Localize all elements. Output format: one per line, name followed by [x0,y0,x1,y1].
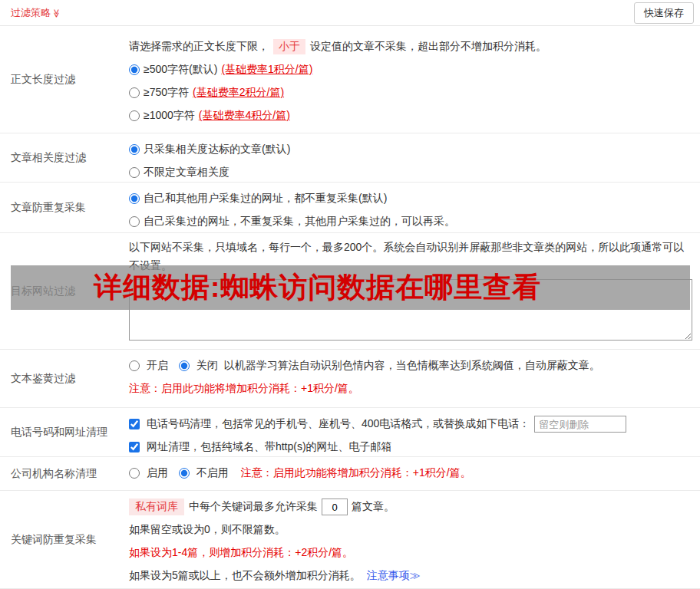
keyword-dedup-line2: 如果留空或设为0，则不限篇数。 [129,518,692,541]
porn-filter-note: 注意：启用此功能将增加积分消耗：+1积分/篇。 [129,377,692,400]
keyword-dedup-note: 如果设为1-4篇，则增加积分消耗：+2积分/篇。 [129,541,692,564]
relevance-option-any[interactable]: 不限定文章相关度 [129,161,692,183]
option-label: ≥750字符 [144,86,189,100]
option-label: 不限定文章相关度 [144,166,229,179]
row-length-filter: 正文长度过滤 请选择需求的正文长度下限， 小于 设定值的文章不采集，超出部分不增… [0,26,700,133]
option-label: ≥500字符(默认) [144,63,217,77]
phone-clean-checkbox[interactable] [129,419,140,429]
porn-on-option[interactable]: 开启 [129,359,168,373]
row-site-filter: 目标网站过滤 以下网站不采集，只填域名，每行一个，最多200个。系统会自动识别并… [0,233,700,350]
keyword-dedup-line4: 如果设为5篇或以上，也不会额外增加积分消耗。 [129,569,361,583]
dedup-filter-label: 文章防重复采集 [0,183,129,232]
option-label: 启用 [147,466,168,479]
option-label: 自己采集过的网址，不重复采集，其他用户采集过的，可以再采。 [144,215,455,229]
dedup-option-self-only[interactable]: 自己采集过的网址，不重复采集，其他用户采集过的，可以再采。 [129,210,692,233]
dedup-all-users-radio[interactable] [129,193,140,204]
row-porn-filter: 文本鉴黄过滤 开启 关闭 以机器学习算法自动识别色情内容，当色情概率达到系统阈值… [0,350,700,408]
length-option-500[interactable]: ≥500字符(默认) (基础费率1积分/篇) [129,58,692,81]
fee-note: (基础费率2积分/篇) [193,86,284,100]
option-label: 电话号码清理，包括常见的手机号、座机号、400电话格式，或替换成如下电话： [147,417,530,429]
header: 过滤策略≫ 快速保存 [0,0,700,26]
company-clean-note: 注意：启用此功能将增加积分消耗：+1积分/篇。 [241,466,471,480]
porn-on-radio[interactable] [129,360,140,371]
company-clean-label: 公司机构名称清理 [0,457,129,490]
replace-phone-input[interactable] [534,416,626,433]
line-text: 中每个关键词最多允许采集 [189,500,318,514]
option-label: 不启用 [196,466,229,479]
fee-note: (基础费率1积分/篇) [221,63,312,77]
relevance-any-radio[interactable] [129,167,140,178]
quick-save-button[interactable]: 快速保存 [634,2,694,24]
line-text: 篇文章。 [352,500,395,514]
porn-off-radio[interactable] [179,360,190,371]
notes-link[interactable]: 注意事项≫ [367,569,421,583]
length-500-radio[interactable] [129,64,140,75]
option-label: 关闭 [196,359,218,371]
dedup-self-only-radio[interactable] [129,216,140,227]
phone-clean-option[interactable]: 电话号码清理，包括常见的手机号、座机号、400电话格式，或替换成如下电话： [129,417,530,431]
relevance-option-strict[interactable]: 只采集相关度达标的文章(默认) [129,138,692,161]
chevron-down-icon: ≫ [51,8,61,18]
site-filter-desc: 以下网站不采集，只填域名，每行一个，最多200个。系统会自动识别并屏蔽那些非文章… [129,238,692,275]
filter-strategy-toggle[interactable]: 过滤策略≫ [11,6,61,20]
row-dedup-filter: 文章防重复采集 自己和其他用户采集过的网址，都不重复采集(默认) 自己采集过的网… [0,183,700,233]
length-filter-desc: 请选择需求的正文长度下限， 小于 设定值的文章不采集，超出部分不增加积分消耗。 [129,35,692,58]
relevance-strict-radio[interactable] [129,144,140,155]
desc-text: 请选择需求的正文长度下限， [129,40,269,54]
company-off-radio[interactable] [179,468,190,479]
length-1000-radio[interactable] [129,110,140,121]
option-label: 自己和其他用户采集过的网址，都不重复采集(默认) [144,192,387,206]
option-label: 开启 [147,359,168,371]
row-keyword-dedup: 关键词防重复采集 私有词库 中每个关键词最多允许采集 篇文章。 如果留空或设为0… [0,491,700,589]
max-articles-input[interactable] [322,499,348,515]
row-relevance-filter: 文章相关度过滤 只采集相关度达标的文章(默认) 不限定文章相关度 [0,133,700,183]
length-option-1000[interactable]: ≥1000字符 (基础费率4积分/篇) [129,104,692,127]
porn-off-option[interactable]: 关闭 [179,359,218,373]
row-company-clean: 公司机构名称清理 启用 不启用 注意：启用此功能将增加积分消耗：+1积分/篇。 [0,457,700,491]
option-label: ≥1000字符 [144,109,195,123]
relevance-filter-label: 文章相关度过滤 [0,133,129,182]
row-phone-url-clean: 电话号码和网址清理 电话号码清理，包括常见的手机号、座机号、400电话格式，或替… [0,408,700,457]
keyword-dedup-label: 关键词防重复采集 [0,491,129,588]
desc-text: 设定值的文章不采集，超出部分不增加积分消耗。 [310,40,546,54]
length-filter-label: 正文长度过滤 [0,26,129,133]
porn-filter-label: 文本鉴黄过滤 [0,350,129,407]
company-on-radio[interactable] [129,468,140,479]
dedup-option-all-users[interactable]: 自己和其他用户采集过的网址，都不重复采集(默认) [129,187,692,210]
fee-note: (基础费率4积分/篇) [199,109,290,123]
option-label: 只采集相关度达标的文章(默认) [144,143,290,156]
porn-filter-desc: 以机器学习算法自动识别色情内容，当色情概率达到系统阈值，自动屏蔽文章。 [224,359,600,373]
company-off-option[interactable]: 不启用 [179,466,229,480]
page-title: 过滤策略 [11,7,51,18]
phone-url-clean-label: 电话号码和网址清理 [0,408,129,456]
site-filter-label: 目标网站过滤 [0,233,129,349]
company-on-option[interactable]: 启用 [129,466,168,480]
private-thesaurus-link[interactable]: 私有词库 [129,499,184,515]
url-clean-option[interactable]: 网址清理，包括纯域名、带http(s)的网址、电子邮箱 [129,440,392,454]
less-than-highlight: 小于 [273,39,305,54]
length-option-750[interactable]: ≥750字符 (基础费率2积分/篇) [129,81,692,104]
option-label: 网址清理，包括纯域名、带http(s)的网址、电子邮箱 [147,440,392,452]
url-clean-checkbox[interactable] [129,442,140,452]
length-750-radio[interactable] [129,87,140,98]
blocked-sites-textarea[interactable] [129,279,692,341]
